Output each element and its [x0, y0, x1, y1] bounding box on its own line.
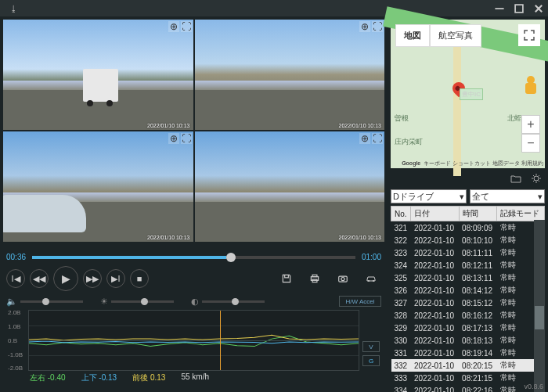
table-header[interactable]: 日付 [411, 207, 459, 221]
graph-cursor [220, 311, 221, 370]
table-row[interactable]: 3242022-01-1008:12:11常時 [391, 259, 545, 272]
video-fullscreen-icon[interactable]: ⛶ [181, 21, 192, 32]
brightness-slider[interactable] [111, 300, 174, 303]
contrast-slider[interactable] [202, 300, 265, 303]
table-header[interactable]: 時間 [459, 207, 496, 221]
minimize-icon [494, 3, 505, 14]
snapshot-button[interactable] [333, 269, 353, 288]
video-expand-icon[interactable]: ⊕ [168, 133, 179, 144]
table-row[interactable]: 3292022-01-1008:17:13常時 [391, 322, 545, 334]
map-tab-satellite[interactable]: 航空写真 [430, 24, 481, 47]
gear-button[interactable] [529, 171, 543, 185]
table-header[interactable]: No. [391, 207, 411, 221]
svg-rect-2 [312, 275, 317, 276]
map-fullscreen-button[interactable] [518, 24, 540, 46]
fullscreen-icon [524, 30, 535, 41]
map-attribution: Google キーボード ショートカット 地図データ 利用規約 [402, 160, 543, 167]
video-timestamp: 2022/01/10 10:13 [339, 123, 382, 128]
close-icon [533, 3, 544, 14]
sensor-graph: 2.0B 1.0B 0.B -1.0B -2.0B V G 左右 -0.40 上… [6, 310, 381, 385]
accel-lr: 左右 -0.40 [30, 372, 66, 383]
y-tick: -1.0B [8, 351, 23, 358]
svg-point-6 [368, 280, 370, 282]
video-left[interactable]: ⊕ ⛶ 2022/01/10 10:13 [3, 131, 193, 242]
zoom-in-button[interactable]: + [521, 115, 540, 134]
prev-file-button[interactable]: I◀ [6, 269, 25, 288]
save-icon [281, 273, 292, 284]
brightness-icon[interactable]: ☀ [100, 297, 108, 307]
print-button[interactable] [305, 269, 325, 288]
map[interactable]: 曽根 庄内栄町 北蛭 豊中IC 地図 航空写真 + − Google キーボード… [391, 20, 545, 168]
titlebar: ⭳ [0, 0, 548, 16]
badge-g[interactable]: G [362, 355, 380, 366]
volume-slider[interactable] [20, 300, 83, 303]
file-table: No.日付時間記録モード 3212022-01-1008:09:09常時3222… [391, 206, 545, 392]
camera-icon [337, 273, 348, 284]
svg-point-7 [373, 280, 374, 282]
video-timestamp: 2022/01/10 10:13 [339, 235, 382, 240]
map-label: 曽根 [395, 113, 409, 124]
print-icon [309, 273, 320, 284]
current-time: 00:36 [6, 253, 26, 261]
car-icon [366, 273, 377, 284]
table-header[interactable]: 記録モード [497, 207, 545, 221]
table-row[interactable]: 3262022-01-1008:14:12常時 [391, 284, 545, 297]
maximize-button[interactable] [509, 0, 528, 16]
table-row[interactable]: 3312022-01-1008:19:14常時 [391, 347, 545, 359]
total-time: 01:00 [362, 253, 381, 261]
version-label: v0.8.6 [524, 383, 543, 390]
save-button[interactable] [276, 269, 297, 288]
map-label: 庄内栄町 [395, 137, 423, 147]
chevron-down-icon: ▾ [460, 192, 464, 202]
table-row[interactable]: 3272022-01-1008:15:12常時 [391, 297, 545, 309]
gear-icon [531, 173, 542, 184]
svg-point-5 [341, 277, 344, 280]
video-fullscreen-icon[interactable]: ⛶ [372, 133, 383, 144]
drive-select[interactable]: Dドライブ▾ [391, 189, 467, 203]
maximize-icon [514, 3, 525, 14]
table-row[interactable]: 3332022-01-1008:21:15常時 [391, 372, 545, 384]
table-row[interactable]: 3342022-01-1008:22:16常時 [391, 384, 545, 392]
video-expand-icon[interactable]: ⊕ [168, 21, 179, 32]
play-button[interactable]: ▶ [53, 266, 78, 291]
seek-slider[interactable] [32, 256, 355, 259]
volume-icon[interactable]: 🔈 [6, 297, 17, 307]
svg-point-8 [534, 176, 539, 181]
next-file-button[interactable]: ▶I [106, 269, 125, 288]
table-row[interactable]: 3222022-01-1008:10:10常時 [391, 234, 545, 246]
video-expand-icon[interactable]: ⊕ [359, 21, 370, 32]
video-rear[interactable]: ⊕ ⛶ 2022/01/10 10:13 [195, 20, 385, 130]
hw-accel-badge[interactable]: H/W Accel [339, 296, 381, 307]
vehicle-button[interactable] [361, 269, 381, 288]
video-front[interactable]: ⊕ ⛶ 2022/01/10 10:13 [3, 20, 193, 130]
video-timestamp: 2022/01/10 10:13 [147, 123, 190, 128]
table-row[interactable]: 3212022-01-1008:09:09常時 [391, 221, 545, 235]
map-tab-map[interactable]: 地図 [395, 24, 430, 47]
table-row[interactable]: 3322022-01-1008:20:15常時 [391, 359, 545, 372]
rewind-button[interactable]: ◀◀ [30, 269, 49, 288]
contrast-icon[interactable]: ◐ [191, 297, 199, 307]
table-row[interactable]: 3232022-01-1008:11:11常時 [391, 246, 545, 259]
video-expand-icon[interactable]: ⊕ [359, 133, 370, 144]
table-scrollbar[interactable] [534, 220, 545, 392]
forward-button[interactable]: ▶▶ [83, 269, 102, 288]
video-fullscreen-icon[interactable]: ⛶ [181, 133, 192, 144]
download-button[interactable]: ⭳ [4, 0, 23, 16]
close-button[interactable] [528, 0, 548, 16]
stop-button[interactable]: ■ [130, 269, 149, 288]
y-tick: 1.0B [8, 323, 20, 330]
video-fullscreen-icon[interactable]: ⛶ [372, 21, 383, 32]
folder-button[interactable] [509, 171, 523, 185]
svg-rect-0 [515, 5, 523, 13]
y-tick: 2.0B [8, 309, 20, 316]
video-right[interactable]: ⊕ ⛶ 2022/01/10 10:13 [195, 131, 385, 242]
table-row[interactable]: 3302022-01-1008:18:13常時 [391, 334, 545, 347]
zoom-out-button[interactable]: − [521, 134, 540, 153]
minimize-button[interactable] [489, 0, 509, 16]
filter-select[interactable]: 全て▾ [470, 189, 546, 203]
pegman-icon[interactable] [523, 76, 539, 96]
table-row[interactable]: 3282022-01-1008:16:12常時 [391, 309, 545, 322]
badge-v[interactable]: V [362, 341, 380, 352]
download-icon: ⭳ [9, 4, 18, 13]
table-row[interactable]: 3252022-01-1008:13:11常時 [391, 272, 545, 284]
